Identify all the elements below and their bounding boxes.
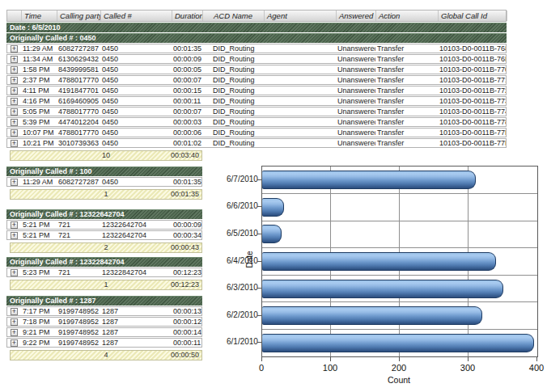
table-row: + 4:11 PM 4191847701 0450 00:00:15 DID_R… <box>6 86 507 95</box>
cell-answered: Unanswered <box>336 86 375 95</box>
expand-row-button[interactable]: + <box>11 119 18 126</box>
table-row: + 1:58 PM 8439999581 0450 00:00:05 DID_R… <box>6 65 507 74</box>
y-axis-tick <box>257 342 261 343</box>
called-group-header: Originally Called # : 100 <box>6 166 202 176</box>
cell-called: 1287 <box>100 339 172 347</box>
cell-called: 0450 <box>100 65 172 74</box>
cell-called: 0450 <box>100 76 172 84</box>
table-row: + 4:16 PM 6169460905 0450 00:00:11 DID_R… <box>6 96 507 106</box>
expand-row-button[interactable]: + <box>11 221 18 229</box>
expand-row-button[interactable]: + <box>11 45 18 53</box>
cell-time: 5:23 PM <box>21 268 57 276</box>
cell-time: 5:21 PM <box>21 221 57 229</box>
expand-row-button[interactable]: + <box>11 308 18 315</box>
cell-calling-party: 3010739363 <box>57 139 100 147</box>
cell-global-call-id: 10103-D0-0011B-77F <box>438 139 506 147</box>
expand-row-button[interactable]: + <box>11 77 18 84</box>
cell-acd-name: DID_Routing <box>202 97 264 105</box>
cell-global-call-id: 10103-D0-0011B-778 <box>438 118 506 126</box>
calls-by-date-bar-chart: Count Date 01002003004006/7/20106/6/2010… <box>227 160 547 392</box>
cell-called: 0450 <box>100 44 172 53</box>
cell-acd-name: DID_Routing <box>202 129 264 137</box>
date-group-header: Date : 6/5/2010 <box>6 23 507 32</box>
expand-row-button[interactable]: + <box>11 87 18 95</box>
column-header-calling-party: Calling party # <box>57 11 101 21</box>
gridline-horizontal <box>262 221 537 221</box>
column-header-global-call-id: Global Call Id <box>439 11 507 21</box>
expand-row-button[interactable]: + <box>11 318 18 326</box>
cell-global-call-id: 10103-D0-0011B-771 <box>438 76 506 84</box>
call-detail-table: Time Calling party # Called # Duration A… <box>6 10 507 161</box>
expand-row-button[interactable]: + <box>11 232 18 239</box>
cell-called: 0450 <box>100 55 172 63</box>
expand-row-button[interactable]: + <box>11 269 18 276</box>
expand-row-button[interactable]: + <box>11 339 18 347</box>
column-header-time: Time <box>22 11 57 21</box>
cell-global-call-id: 10103-D0-0011B-77E <box>438 129 506 137</box>
call-group-section: Originally Called # : 12322842704 + 5:23… <box>6 256 202 290</box>
expand-row-button[interactable]: + <box>11 129 18 137</box>
column-header-called: Called # <box>101 11 172 21</box>
summary-count: 1 <box>57 190 155 199</box>
cell-answered: Unanswered <box>336 55 375 63</box>
expand-row-button[interactable]: + <box>11 108 18 116</box>
expand-row-button[interactable]: + <box>11 329 18 336</box>
cell-duration: 00:00:11 <box>172 339 201 347</box>
cell-global-call-id: 10103-D0-0011B-773 <box>438 97 506 105</box>
cell-duration: 00:00:14 <box>172 328 201 336</box>
cell-action: Transfer <box>375 118 438 126</box>
y-axis-tick <box>257 315 261 316</box>
cell-answered: Unanswered <box>336 129 375 137</box>
call-group-section: Originally Called # : 12322642704 + 5:21… <box>6 209 202 253</box>
cell-agent <box>264 139 336 147</box>
x-tick-label: 0 <box>244 363 279 373</box>
cell-answered: Unanswered <box>336 107 375 116</box>
expand-row-button[interactable]: + <box>11 98 18 105</box>
y-tick-label: 6/5/2010 <box>227 229 257 238</box>
cell-called: 1287 <box>100 328 172 336</box>
cell-global-call-id: 10103-D0-0011B-772 <box>438 86 506 95</box>
cell-calling-party: 721 <box>57 231 100 239</box>
cell-action: Transfer <box>375 44 438 53</box>
expand-row-button[interactable]: + <box>11 140 18 147</box>
gridline-horizontal <box>262 329 537 330</box>
table-row: + 5:21 PM 721 12322642704 00:00:09 <box>6 220 202 230</box>
cell-time: 10:21 PM <box>21 139 57 147</box>
cell-time: 4:16 PM <box>21 97 57 105</box>
cell-calling-party: 9199748952 <box>57 339 100 347</box>
summary-total-duration: 00:00:50 <box>155 351 201 360</box>
x-axis-tick <box>399 357 400 361</box>
chart-x-axis-title: Count <box>261 375 536 385</box>
cell-agent <box>264 55 336 63</box>
cell-called: 0450 <box>100 139 172 147</box>
cell-acd-name: DID_Routing <box>202 76 264 84</box>
x-axis-tick <box>261 357 262 361</box>
x-axis-tick <box>330 357 331 361</box>
summary-total-duration: 00:01:35 <box>155 190 201 199</box>
cell-action: Transfer <box>375 139 438 147</box>
cell-duration: 00:00:12 <box>172 318 201 326</box>
cell-calling-party: 4474012204 <box>57 118 100 126</box>
cell-calling-party: 4788017770 <box>57 107 100 116</box>
chart-bar <box>262 306 482 325</box>
summary-count: 10 <box>57 151 155 160</box>
summary-total-duration: 00:03:40 <box>155 151 201 160</box>
chart-bar <box>262 280 503 298</box>
cell-agent <box>264 118 336 126</box>
cell-time: 7:18 PM <box>21 318 57 326</box>
group-summary-row: 1 00:01:35 <box>10 189 202 200</box>
expand-row-button[interactable]: + <box>11 179 18 186</box>
cell-time: 11:29 AM <box>21 44 57 53</box>
expand-row-button[interactable]: + <box>11 56 18 63</box>
chart-bar <box>262 252 496 271</box>
table-row: + 5:05 PM 4788017770 0450 00:00:07 DID_R… <box>6 107 507 116</box>
y-axis-tick <box>257 206 261 207</box>
summary-count: 4 <box>57 351 155 360</box>
table-row: + 7:17 PM 9199748952 1287 00:00:13 <box>6 306 202 316</box>
cell-time: 2:37 PM <box>21 76 57 84</box>
cell-called: 0450 <box>100 97 172 105</box>
chart-bar <box>262 198 284 217</box>
cell-agent <box>264 107 336 116</box>
expand-row-button[interactable]: + <box>11 66 18 74</box>
cell-answered: Unanswered <box>336 118 375 126</box>
